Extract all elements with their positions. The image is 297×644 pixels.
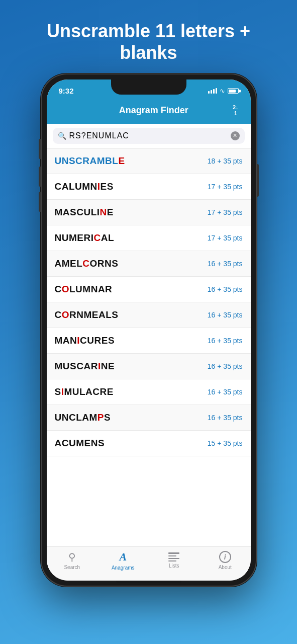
signal-icon — [208, 88, 217, 94]
list-item[interactable]: AMELCORNS16 + 35 pts — [47, 251, 251, 277]
phone-screen: 9:32 ∿ Anagram Finder 2↓ — [47, 79, 251, 581]
tab-lists[interactable]: Lists — [149, 552, 200, 569]
list-item[interactable]: MUSCARINE16 + 35 pts — [47, 354, 251, 379]
anagram-tab-label: Anagrams — [112, 565, 135, 571]
list-item[interactable]: MANICURES16 + 35 pts — [47, 328, 251, 354]
list-item[interactable]: UNCLAMPS16 + 35 pts — [47, 405, 251, 431]
nav-bar: Anagram Finder 2↓ 1 — [47, 98, 251, 123]
tab-bar: ⚲ Search A Anagrams Lists i About — [47, 546, 251, 581]
score-text: 17 + 35 pts — [208, 183, 243, 191]
search-bar: 🔍 RS?ENUMLAC — [53, 128, 245, 144]
notch — [111, 79, 186, 95]
score-text: 15 + 35 pts — [208, 439, 243, 447]
list-item[interactable]: NUMERICAL17 + 35 pts — [47, 225, 251, 251]
sort-icon: 2↓ 1 — [233, 104, 239, 116]
search-magnifier-icon: 🔍 — [58, 132, 66, 140]
score-text: 16 + 35 pts — [208, 362, 243, 370]
status-bar: 9:32 ∿ — [47, 79, 251, 98]
score-text: 16 + 35 pts — [208, 337, 243, 345]
list-item[interactable]: CORNMEALS16 + 35 pts — [47, 302, 251, 328]
status-time: 9:32 — [59, 87, 74, 95]
search-query-text: RS?ENUMLAC — [69, 131, 228, 140]
status-icons: ∿ — [208, 87, 239, 95]
score-text: 18 + 35 pts — [208, 157, 243, 165]
battery-icon — [228, 88, 239, 94]
tab-anagrams[interactable]: A Anagrams — [97, 550, 149, 571]
tab-search[interactable]: ⚲ Search — [47, 551, 98, 570]
score-text: 17 + 35 pts — [208, 208, 243, 216]
lists-tab-label: Lists — [169, 563, 179, 569]
tab-about[interactable]: i About — [200, 551, 251, 570]
list-item[interactable]: SIMULACRE16 + 35 pts — [47, 379, 251, 405]
score-text: 16 + 35 pts — [208, 285, 243, 293]
score-text: 16 + 35 pts — [208, 414, 243, 422]
list-item[interactable]: MASCULINE17 + 35 pts — [47, 200, 251, 225]
sort-button[interactable]: 2↓ 1 — [231, 102, 241, 118]
score-text: 16 + 35 pts — [208, 260, 243, 268]
anagram-tab-icon: A — [119, 550, 127, 564]
about-tab-icon: i — [219, 551, 231, 563]
clear-button[interactable] — [231, 131, 240, 140]
nav-title: Anagram Finder — [77, 105, 231, 116]
score-text: 16 + 35 pts — [208, 311, 243, 319]
wifi-icon: ∿ — [220, 87, 225, 95]
list-item[interactable]: ACUMENS15 + 35 pts — [47, 431, 251, 456]
headline: Unscramble 11 letters + blanks — [0, 0, 297, 73]
phone-frame: 9:32 ∿ Anagram Finder 2↓ — [41, 73, 257, 587]
search-bar-container: 🔍 RS?ENUMLAC — [47, 124, 251, 148]
about-tab-label: About — [219, 565, 232, 570]
list-item[interactable]: UNSCRAMBLE18 + 35 pts — [47, 148, 251, 174]
search-tab-icon: ⚲ — [68, 551, 76, 563]
lists-tab-icon — [168, 552, 179, 561]
list-item[interactable]: COLUMNAR16 + 35 pts — [47, 277, 251, 302]
list-item[interactable]: CALUMNIES17 + 35 pts — [47, 174, 251, 200]
search-tab-label: Search — [64, 565, 80, 570]
score-text: 16 + 35 pts — [208, 388, 243, 396]
results-list: UNSCRAMBLE18 + 35 ptsCALUMNIES17 + 35 pt… — [47, 148, 251, 546]
score-text: 17 + 35 pts — [208, 234, 243, 242]
